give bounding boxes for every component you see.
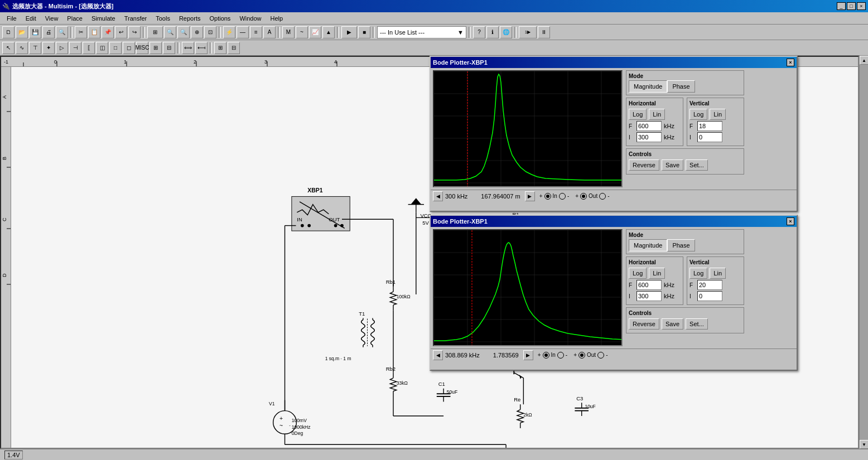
bode-1-v-i-input[interactable] [697,132,722,142]
stop-button[interactable]: ■ [358,26,370,38]
bode-2-v-f-input[interactable] [697,280,722,290]
bode-2-prev-button[interactable]: ◀ [433,350,443,360]
zoom-fit-button[interactable]: ⊡ [204,26,216,38]
component-button[interactable]: ⚡ [223,26,235,38]
graph2-button[interactable]: ⊟ [228,42,240,54]
select-button[interactable]: ↖ [2,42,15,54]
internet-button[interactable]: 🌐 [500,26,512,38]
bode-1-titlebar[interactable]: Bode Plotter-XBP1 × [431,57,797,68]
bode-2-v-lin-button[interactable]: Lin [710,268,726,279]
bode-2-h-log-button[interactable]: Log [629,268,647,279]
scroll-track[interactable] [860,65,868,440]
bode-2-h-i-input[interactable] [636,291,662,301]
misc4-button[interactable]: MISC [136,42,148,54]
bode-1-h-lin-button[interactable]: Lin [649,109,665,120]
zoom-in-button[interactable]: 🔍 [164,26,176,38]
misc6-button[interactable]: ⊟ [163,42,175,54]
pause-button[interactable]: ⏸ [538,26,550,38]
bode-1-in-minus-radio[interactable] [559,193,566,200]
paste-button[interactable]: 📌 [102,26,114,38]
place-wire-button[interactable]: — [237,26,249,38]
zoom-area-button[interactable]: ⊕ [191,26,203,38]
bode-1-out-radio[interactable] [580,193,587,200]
bode-button[interactable]: 📈 [309,26,321,38]
bode-1-close-button[interactable]: × [787,59,794,66]
bode-2-out-radio[interactable] [578,352,585,359]
bode-2-magnitude-button[interactable]: Magnitude [629,239,667,251]
bode-2-v-log-button[interactable]: Log [689,268,707,279]
menu-view[interactable]: View [41,14,63,23]
undo-button[interactable]: ↩ [115,26,127,38]
hconn-button[interactable]: ⟺ [182,42,194,54]
info-button[interactable]: ℹ [486,26,499,38]
open-button[interactable]: 📂 [16,26,28,38]
vconn-button[interactable]: ⟻ [195,42,208,54]
menu-file[interactable]: File [2,14,21,23]
bode-1-v-log-button[interactable]: Log [689,109,707,120]
bode-2-set-button[interactable]: Set... [686,318,708,330]
redo-button[interactable]: ↪ [128,26,141,38]
bode-1-save-button[interactable]: Save [662,159,683,171]
multimeter-button[interactable]: M [282,26,295,38]
bode-1-set-button[interactable]: Set... [686,159,708,171]
copy-button[interactable]: 📋 [88,26,100,38]
bode-2-next-button[interactable]: ▶ [523,350,533,360]
oscilloscope-button[interactable]: ~ [296,26,308,38]
help-button[interactable]: ? [473,26,485,38]
minimize-button[interactable]: _ [837,2,846,10]
print-button[interactable]: 🖨 [42,26,55,38]
right-scrollbar[interactable]: ▲ ▼ [859,56,868,449]
bode-2-h-lin-button[interactable]: Lin [649,268,665,279]
sim-toggle[interactable]: 1▶ [519,26,537,38]
text-button[interactable]: ⊣ [69,42,81,54]
zoom-out-button[interactable]: 🔍 [177,26,190,38]
label-button[interactable]: ▷ [56,42,68,54]
menu-edit[interactable]: Edit [21,14,41,23]
spectrum-button[interactable]: ▲ [322,26,335,38]
bode-1-reverse-button[interactable]: Reverse [629,159,659,171]
run-button[interactable]: ▶ [341,26,357,38]
menu-reports[interactable]: Reports [175,14,205,23]
place-label-button[interactable]: A [263,26,276,38]
menu-place[interactable]: Place [62,14,87,23]
bode-1-v-lin-button[interactable]: Lin [710,109,726,120]
misc1-button[interactable]: ◫ [96,42,108,54]
menu-simulate[interactable]: Simulate [87,14,120,23]
bode-2-close-button[interactable]: × [787,217,794,225]
bode-1-out-minus-radio[interactable] [599,193,606,200]
bus-wire-button[interactable]: ⟦ [83,42,95,54]
cut-button[interactable]: ✂ [75,26,87,38]
bode-1-v-f-input[interactable] [697,121,722,131]
misc5-button[interactable]: ⊞ [150,42,162,54]
zoom-full-button[interactable]: ⊞ [147,26,163,38]
bode-2-save-button[interactable]: Save [662,318,683,330]
bode-2-phase-button[interactable]: Phase [667,239,695,251]
bode-1-h-log-button[interactable]: Log [629,109,647,120]
menu-options[interactable]: Options [205,14,235,23]
bode-1-h-f-input[interactable] [636,121,662,131]
new-button[interactable]: 🗋 [2,26,15,38]
scroll-down-button[interactable]: ▼ [860,440,868,449]
in-use-list-dropdown[interactable]: --- In Use List --- ▼ [377,26,466,38]
print-preview-button[interactable]: 🔍 [56,26,68,38]
bode-2-h-f-input[interactable] [636,280,662,290]
close-button[interactable]: × [857,2,866,10]
junction-button[interactable]: ✦ [42,42,55,54]
misc3-button[interactable]: ◻ [123,42,135,54]
bode-1-prev-button[interactable]: ◀ [433,191,443,201]
misc2-button[interactable]: □ [109,42,122,54]
menu-transfer[interactable]: Transfer [120,14,152,23]
wire-button[interactable]: ∿ [16,42,28,54]
bode-1-magnitude-button[interactable]: Magnitude [629,80,667,93]
bode-1-next-button[interactable]: ▶ [525,191,535,201]
menu-window[interactable]: Window [235,14,266,23]
bode-1-phase-button[interactable]: Phase [667,80,695,93]
scroll-up-button[interactable]: ▲ [860,56,868,65]
bus-button[interactable]: ⊤ [29,42,41,54]
bode-2-reverse-button[interactable]: Reverse [629,318,659,330]
bode-1-in-radio[interactable] [544,193,551,200]
bode-2-titlebar[interactable]: Bode Plotter-XBP1 × [431,216,797,227]
place-bus-button[interactable]: ≡ [250,26,262,38]
graph1-button[interactable]: ⊞ [214,42,226,54]
bode-2-in-minus-radio[interactable] [557,352,564,359]
